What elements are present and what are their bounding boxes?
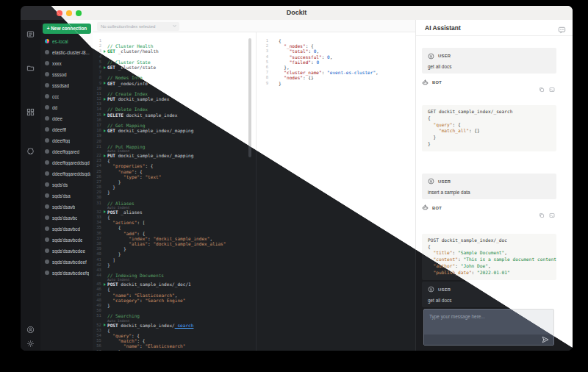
line-number: 4 <box>93 54 101 60</box>
sidebar-item-sssdsad[interactable]: sssdsad <box>45 81 90 90</box>
code-token: "This is a sample document content" <box>463 257 556 262</box>
chat-message-list: USERget all docsBOTGET dockit_sample_ind… <box>422 48 556 280</box>
run-query-button[interactable] <box>104 210 106 213</box>
sidebar-item-sgdsds[interactable]: sgds'ds <box>45 180 90 189</box>
copy-icon[interactable] <box>539 87 545 93</box>
code-token: ] <box>107 257 115 262</box>
code-token: POST <box>107 210 118 215</box>
gutter <box>101 185 107 190</box>
line-number: 9 <box>257 81 268 86</box>
sidebar-item-ddeeffggared[interactable]: ddeeffggared <box>45 147 90 156</box>
line-number: 16 <box>93 118 101 123</box>
code-text: } <box>107 190 256 195</box>
bot-avatar-icon <box>422 204 429 211</box>
code-line: 21// Put Mapping <box>93 144 256 149</box>
run-query-button[interactable] <box>104 98 106 101</box>
gutter <box>101 220 107 225</box>
sidebar-item-elastic-cluster-l8[interactable]: elastic-cluster-l8... <box>45 48 90 57</box>
bot-code-line: { <box>428 244 551 251</box>
line-number: 53 <box>93 328 101 333</box>
run-query-button[interactable] <box>104 66 106 69</box>
run-query-button[interactable] <box>104 129 106 132</box>
collections-icon[interactable] <box>26 108 35 116</box>
files-icon[interactable] <box>26 64 35 72</box>
sidebar-item-ddee[interactable]: ddee <box>45 114 90 123</box>
elasticsearch-logo-icon <box>45 94 49 99</box>
bot-code-line: GET dockit_sample_index/_search <box>428 109 551 115</box>
code-text: PUT dockit_sample_index/_mapping <box>107 153 256 158</box>
sidebar-item-xxxx[interactable]: xxxx <box>45 59 90 68</box>
sidebar-item-sgdsdsavbcdee[interactable]: sgds'dsavbcdee <box>45 246 90 255</box>
code-token: : {} <box>303 75 314 80</box>
send-icon[interactable] <box>542 336 549 343</box>
run-query-button[interactable] <box>104 323 106 326</box>
code-token: // Delete Index <box>107 107 148 112</box>
sidebar-item-ddeeffggareddsgd[interactable]: ddeeffggareddsgd <box>45 158 90 167</box>
sidebar-item-sgdsdsa[interactable]: sgds'dsa <box>45 191 90 200</box>
sidebar-item-sgdsdsavbc[interactable]: sgds'dsavbc <box>45 213 90 222</box>
settings-icon[interactable] <box>26 340 35 348</box>
connection-name: sgds'dsavbcdeef <box>52 260 87 265</box>
github-icon[interactable] <box>26 147 35 155</box>
line-number: 24 <box>93 163 101 168</box>
insert-response-icon[interactable] <box>549 87 555 93</box>
gutter <box>101 43 107 49</box>
code-text: // Put Mapping <box>107 144 256 149</box>
line-number: 31 <box>93 201 101 206</box>
line-number: 20 <box>93 139 101 144</box>
code-line: 20 <box>93 139 256 144</box>
code-line: 28 } <box>93 185 256 190</box>
gutter <box>101 298 107 303</box>
user-avatar-icon <box>428 286 434 293</box>
sidebar-item-dd[interactable]: dd <box>45 103 90 112</box>
gutter <box>101 70 107 75</box>
gutter <box>101 179 107 185</box>
code-line: 52POST dockit_sample_index/_search <box>93 323 256 328</box>
connections-icon[interactable] <box>26 30 35 38</box>
account-icon[interactable] <box>26 326 35 334</box>
line-number: 5 <box>257 60 268 65</box>
editor-scrollbar[interactable] <box>248 38 251 157</box>
run-query-button[interactable] <box>104 113 106 116</box>
connection-name: sgds'ds <box>52 182 68 187</box>
gutter <box>101 158 107 163</box>
code-line: 29} <box>93 190 256 195</box>
code-line: 1 <box>93 38 256 43</box>
insert-response-icon[interactable] <box>549 212 555 218</box>
window-title: DockIt <box>21 6 573 20</box>
bot-message-actions <box>422 212 556 220</box>
code-token: "Elasticsearch" <box>135 293 175 298</box>
code-token <box>279 60 290 65</box>
sidebar-item-ddeeffggareddsgda[interactable]: ddeeffggareddsgda... <box>45 169 90 178</box>
gutter <box>101 38 107 43</box>
run-query-button[interactable] <box>104 154 106 157</box>
code-line: 49} <box>93 303 256 308</box>
code-token: "2022-01-01" <box>477 270 510 275</box>
code-token: } <box>428 135 436 140</box>
copy-icon[interactable] <box>539 212 545 218</box>
code-token: "dockit_sample_index_alias" <box>153 241 226 246</box>
code-token: "failed" <box>290 60 311 65</box>
line-number: 57 <box>93 349 101 351</box>
sidebar-item-ssssod[interactable]: ssssod <box>45 70 90 79</box>
sidebar-item-sgdsdsavbcde[interactable]: sgds'dsavbcde <box>45 235 90 244</box>
collection-select-dropdown[interactable]: No collection/index selected <box>97 22 179 31</box>
sidebar-item-sgdsdsavb[interactable]: sgds'dsavb <box>45 202 90 211</box>
elasticsearch-logo-icon <box>45 215 49 220</box>
sidebar-item-ccc[interactable]: ccc <box>45 92 90 101</box>
bot-code-line: } <box>428 141 551 148</box>
line-number: 36 <box>93 231 101 236</box>
run-query-button[interactable] <box>104 50 106 53</box>
chat-bot-icon[interactable] <box>558 24 566 32</box>
sidebar-item-sgdsdsavbcd[interactable]: sgds'dsavbcd <box>45 224 90 233</box>
line-number: 3 <box>257 49 268 54</box>
sidebar-item-sgdsdsavbcdeef[interactable]: sgds'dsavbcdeef <box>45 257 90 266</box>
results-rows: 1{2 "_nodes": {3 "total": 0,4 "successfu… <box>257 38 415 86</box>
sidebar-item-ddeefff[interactable]: ddeefff <box>45 125 90 134</box>
code-token: dockit_sample_index/_mapping <box>115 128 193 133</box>
run-query-button[interactable] <box>104 82 106 85</box>
code-token: DELETE <box>107 112 123 118</box>
sidebar-item-ddeeffgg[interactable]: ddeeffgg <box>45 136 90 145</box>
sidebar-item-sgdsdsavbcdeefg[interactable]: sgds'dsavbcdeefg <box>45 268 90 277</box>
run-query-button[interactable] <box>104 283 106 286</box>
